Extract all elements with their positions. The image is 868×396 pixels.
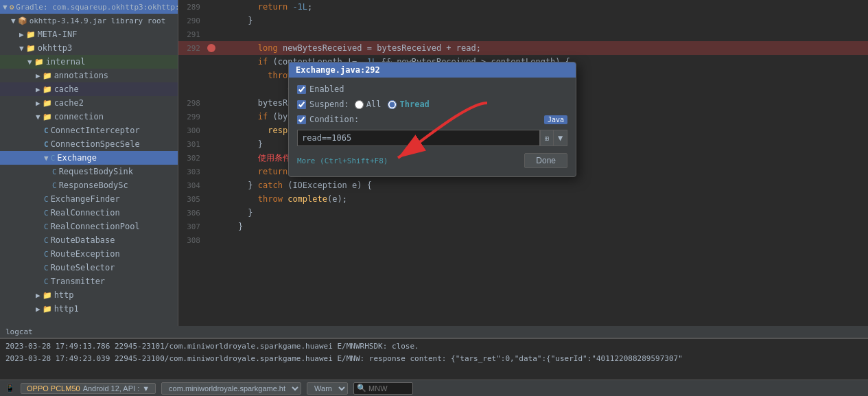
condition-expand-btn[interactable]: ⊞ xyxy=(540,130,554,146)
folder-icon: 📁 xyxy=(43,71,52,80)
gutter-304 xyxy=(206,180,217,191)
chevron-right-icon: ▶ xyxy=(36,71,40,80)
class-icon: C xyxy=(44,236,49,245)
tree-item-connspec[interactable]: C ConnectionSpecSele xyxy=(0,137,178,151)
thread-radio-label[interactable]: Thread xyxy=(388,100,429,109)
chevron-right-icon: ▶ xyxy=(36,305,40,314)
log-tab-label[interactable]: logcat xyxy=(0,326,868,338)
tree-item-okhttp3[interactable]: ▼ 📁 okhttp3 xyxy=(0,41,178,55)
condition-row: Condition: Java xyxy=(297,115,567,124)
suspend-checkbox-label[interactable]: Suspend: xyxy=(297,100,349,109)
enabled-checkbox-label[interactable]: Enabled xyxy=(297,84,344,94)
folder-icon: 📁 xyxy=(43,305,52,314)
class-icon: C xyxy=(44,195,49,204)
app-selector[interactable]: com.miniworldroyale.sparkgame.ht xyxy=(161,382,301,395)
log-area: 2023-03-28 17:49:13.786 22945-23101/com.… xyxy=(0,338,868,380)
done-button[interactable]: Done xyxy=(524,153,567,168)
tree-item-gradle-root[interactable]: ▼ ⚙ Gradle: com.squareup.okhttp3:okhttp:… xyxy=(0,0,178,14)
search-icon: 🔍 xyxy=(357,384,366,393)
class-icon: C xyxy=(51,154,56,163)
class-icon: C xyxy=(44,264,49,272)
enabled-label: Enabled xyxy=(309,84,344,94)
folder-icon: 📁 xyxy=(43,85,52,94)
tree-item-routeselector[interactable]: C RouteSelector xyxy=(0,261,178,275)
folder-icon: 📁 xyxy=(26,30,36,39)
condition-checkbox-label[interactable]: Condition: xyxy=(297,115,359,124)
gutter-307 xyxy=(206,221,217,232)
tree-item-connection[interactable]: ▼ 📁 connection xyxy=(0,110,178,124)
thread-radio[interactable] xyxy=(388,100,397,109)
condition-input-wrap: ⊞ ▼ xyxy=(297,130,567,146)
code-line-307: 307 } xyxy=(178,220,868,233)
code-line-305: 305 throw complete(e); xyxy=(178,192,868,206)
suspend-row: Suspend: All Thread xyxy=(297,100,567,109)
suspend-checkbox[interactable] xyxy=(297,100,306,109)
log-level-selector[interactable]: Warn xyxy=(307,382,348,395)
class-icon: C xyxy=(44,140,49,149)
class-icon: C xyxy=(52,181,57,190)
gutter-291 xyxy=(206,29,217,40)
gutter-290 xyxy=(206,15,217,26)
condition-input[interactable] xyxy=(297,130,540,146)
code-line-292: 292 long newBytesReceived = bytesReceive… xyxy=(178,41,868,55)
tree-item-realconnection[interactable]: C RealConnection xyxy=(0,206,178,220)
dialog-title: Exchange.java:292 xyxy=(289,62,576,78)
chevron-right-icon: ▶ xyxy=(36,85,40,94)
chevron-down-icon: ▼ xyxy=(142,384,150,393)
tree-item-http[interactable]: ▶ 📁 http xyxy=(0,288,178,302)
log-search-bar: 🔍 xyxy=(353,382,413,395)
tree-item-responsebodysc[interactable]: C ResponseBodySc xyxy=(0,178,178,192)
chevron-right-icon: ▶ xyxy=(19,30,24,39)
breakpoint-dialog: Exchange.java:292 Enabled Suspend: xyxy=(288,62,576,177)
tree-item-requestbodysink[interactable]: C RequestBodySink xyxy=(0,165,178,178)
code-line-306: 306 } xyxy=(178,206,868,220)
status-bar: 📱 OPPO PCLM50 Android 12, API : ▼ com.mi… xyxy=(0,380,868,396)
log-line-2: 2023-03-28 17:49:23.039 22945-23100/com.… xyxy=(5,353,863,365)
main-area: ▼ ⚙ Gradle: com.squareup.okhttp3:okhttp:… xyxy=(0,0,868,326)
code-line-289: 289 return -1L; xyxy=(178,0,868,14)
folder-icon: 📁 xyxy=(26,44,36,53)
code-line-304: 304 } catch (IOException e) { xyxy=(178,178,868,192)
tree-item-transmitter[interactable]: C Transmitter xyxy=(0,275,178,288)
java-badge[interactable]: Java xyxy=(544,115,567,124)
jar-icon: 📦 xyxy=(18,16,27,25)
gutter-301 xyxy=(206,139,217,150)
code-editor: 289 return -1L; 290 } 291 292 xyxy=(178,0,868,326)
dialog-footer: More (Ctrl+Shift+F8) Done xyxy=(297,150,567,170)
breakpoint-indicator[interactable] xyxy=(207,44,215,52)
condition-checkbox[interactable] xyxy=(297,115,306,124)
tree-item-connect-interceptor[interactable]: C ConnectInterceptor xyxy=(0,124,178,137)
device-icon: 📱 xyxy=(5,384,15,393)
gutter-306 xyxy=(206,207,217,218)
tree-item-cache2[interactable]: ▶ 📁 cache2 xyxy=(0,96,178,110)
tree-item-cache[interactable]: ▶ 📁 cache xyxy=(0,82,178,96)
class-icon: C xyxy=(44,209,49,218)
tree-item-internal[interactable]: ▼ 📁 internal xyxy=(0,55,178,69)
device-selector[interactable]: OPPO PCLM50 Android 12, API : ▼ xyxy=(21,383,156,394)
tree-item-exchange[interactable]: ▼ C Exchange xyxy=(0,151,178,165)
enabled-checkbox[interactable] xyxy=(297,85,306,94)
tree-item-jar[interactable]: ▼ 📦 okhttp-3.14.9.jar library root xyxy=(0,14,178,27)
tree-item-meta-inf[interactable]: ▶ 📁 META-INF xyxy=(0,27,178,41)
chevron-down-icon: ▼ xyxy=(27,58,32,67)
chevron-down-icon: ▼ xyxy=(19,44,24,53)
tree-item-http1[interactable]: ▶ 📁 http1 xyxy=(0,302,178,316)
tree-item-realconnectionpool[interactable]: C RealConnectionPool xyxy=(0,220,178,233)
log-section: logcat 2023-03-28 17:49:13.786 22945-231… xyxy=(0,326,868,380)
gutter-298 xyxy=(206,97,217,108)
all-radio-label[interactable]: All xyxy=(355,100,382,109)
log-line-1: 2023-03-28 17:49:13.786 22945-23101/com.… xyxy=(5,340,863,353)
gutter-303 xyxy=(206,166,217,177)
folder-icon: 📁 xyxy=(43,99,52,108)
chevron-down-icon: ▼ xyxy=(44,154,49,163)
all-radio[interactable] xyxy=(355,100,364,109)
tree-item-exchangefinder[interactable]: C ExchangeFinder xyxy=(0,192,178,206)
condition-dropdown-btn[interactable]: ▼ xyxy=(554,130,567,146)
class-icon: C xyxy=(44,222,49,231)
tree-item-routedatabase[interactable]: C RouteDatabase xyxy=(0,233,178,247)
class-icon: C xyxy=(44,126,49,135)
log-search-input[interactable] xyxy=(368,384,410,393)
tree-item-annotations[interactable]: ▶ 📁 annotations xyxy=(0,69,178,82)
tree-item-routeexception[interactable]: C RouteException xyxy=(0,247,178,261)
more-link[interactable]: More (Ctrl+Shift+F8) xyxy=(297,156,388,165)
